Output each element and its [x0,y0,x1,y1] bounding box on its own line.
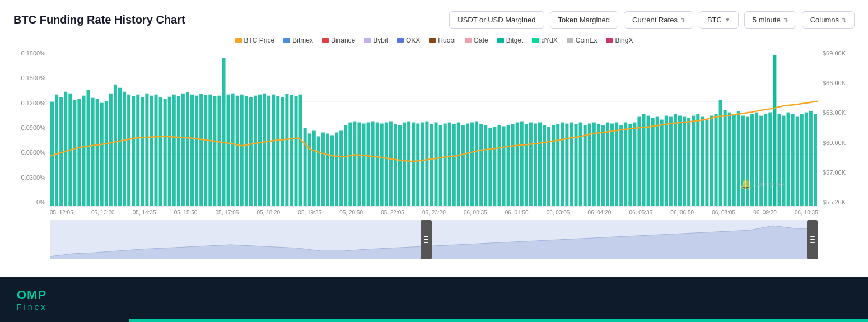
svg-rect-166 [764,114,767,206]
x-axis-label: 05, 18:20 [256,209,280,216]
svg-rect-140 [647,116,650,206]
y-left-label: 0% [13,199,45,206]
legend-label-coinex: CoinEx [576,36,598,44]
svg-rect-23 [118,88,122,206]
svg-rect-102 [475,122,478,206]
footer-accent-line [129,319,868,322]
legend-label-huobi: Huobi [438,36,455,44]
svg-rect-81 [380,124,384,206]
svg-rect-91 [425,122,428,206]
svg-rect-123 [570,123,573,206]
svg-rect-16 [87,90,90,206]
logo: OMP Finex [17,288,47,311]
svg-rect-181 [50,220,818,259]
svg-rect-165 [759,116,763,206]
y-axis-left: 0.1800%0.1500%0.1200%0.0900%0.0600%0.030… [13,50,50,207]
svg-rect-56 [267,96,270,206]
svg-rect-74 [348,123,352,206]
current-rates-arrow-icon: ⇅ [680,17,685,23]
svg-rect-45 [217,96,221,206]
y-right-label: $66.00K [823,80,855,86]
logo-finex: Finex [17,302,47,311]
svg-rect-93 [435,123,438,206]
svg-rect-77 [362,124,365,206]
svg-rect-52 [249,97,253,206]
svg-rect-24 [123,92,126,206]
columns-button[interactable]: Columns ⇅ [802,11,855,29]
svg-rect-111 [516,123,519,206]
current-rates-button[interactable]: Current Rates ⇅ [624,11,693,29]
svg-rect-15 [82,96,85,206]
svg-rect-92 [430,124,433,206]
svg-rect-141 [651,118,655,206]
legend-color-bitget [497,38,504,43]
header-row: BTC Funding Rate History Chart USDT or U… [13,11,855,29]
svg-rect-58 [276,96,279,206]
svg-rect-13 [73,100,76,206]
svg-rect-118 [547,127,550,206]
svg-rect-147 [678,116,682,206]
nav-left-handle[interactable] [421,220,432,259]
svg-rect-177 [814,114,817,206]
svg-rect-25 [127,95,130,206]
legend-item-bingx: BingX [606,36,633,44]
svg-rect-117 [543,125,546,206]
svg-rect-54 [258,95,262,206]
x-axis-label: 06, 03:05 [547,209,570,216]
svg-rect-104 [484,125,487,206]
svg-rect-46 [222,58,225,206]
svg-rect-17 [91,98,95,206]
svg-rect-134 [619,125,623,206]
nav-right-handle[interactable] [807,220,818,259]
legend-label-gate: Gate [474,36,488,44]
svg-rect-153 [705,120,708,206]
svg-rect-136 [628,124,632,206]
svg-rect-152 [701,117,704,206]
x-axis-label: 05, 19:35 [298,209,321,216]
svg-rect-167 [768,113,772,206]
svg-rect-20 [105,101,108,206]
svg-rect-50 [240,95,244,206]
legend-color-dydx [532,38,539,43]
main-container: BTC Funding Rate History Chart USDT or U… [0,0,868,277]
svg-rect-36 [177,96,180,206]
svg-rect-31 [154,95,157,206]
x-axis-label: 05, 23:20 [422,209,446,216]
svg-rect-154 [710,116,713,206]
nav-handle-line-6 [810,242,815,243]
y-left-label: 0.0300% [13,174,45,181]
svg-rect-133 [615,123,618,206]
svg-rect-119 [552,125,555,206]
svg-rect-169 [777,114,781,206]
y-right-label: $57.00K [823,169,855,176]
svg-rect-101 [470,123,474,206]
timeframe-button[interactable]: 5 minute ⇅ [744,11,796,29]
nav-left-handle-lines [424,236,428,243]
svg-rect-135 [624,123,627,206]
svg-rect-57 [272,95,275,206]
chart-area[interactable]: 🔔 coingloss [50,50,818,207]
svg-rect-43 [208,95,212,206]
legend-item-dydx: dYdX [532,36,557,44]
svg-rect-70 [330,135,334,206]
chart-navigator[interactable] [50,220,818,259]
usdt-margined-button[interactable]: USDT or USD Margined [449,11,544,29]
svg-rect-76 [357,123,361,206]
legend-color-binance [322,38,329,43]
token-margined-button[interactable]: Token Margined [550,11,619,29]
chart-svg [50,50,818,206]
svg-rect-30 [150,96,153,206]
svg-rect-71 [335,132,338,206]
svg-rect-86 [403,123,406,206]
svg-rect-146 [674,114,677,206]
y-left-label: 0.1800% [13,50,45,57]
svg-rect-100 [466,124,469,206]
legend-label-binance: Binance [331,36,355,44]
svg-rect-88 [412,123,415,206]
svg-rect-35 [172,95,176,206]
svg-rect-142 [656,117,659,206]
svg-rect-53 [254,96,257,206]
svg-rect-125 [579,123,582,206]
coin-selector-button[interactable]: BTC ▼ [699,11,739,29]
svg-rect-158 [728,113,731,206]
